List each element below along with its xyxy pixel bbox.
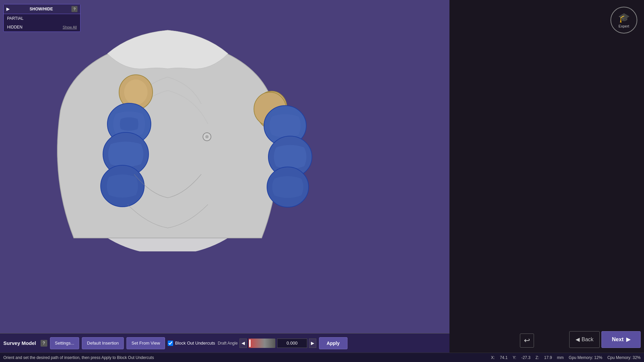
right-status-bar: X: 74.1 Y: -27.3 Z: 17.9 mm Gpu Memory: … xyxy=(449,353,644,362)
svg-point-2 xyxy=(124,79,148,105)
draft-angle-group: Draft Angle ◀ 0.000 ▶ xyxy=(218,339,316,348)
draft-angle-increase[interactable]: ▶ xyxy=(309,339,316,348)
back-label: Back xyxy=(582,337,594,343)
expert-graduation-icon: 🎓 xyxy=(618,12,630,23)
right-panel xyxy=(449,0,644,362)
block-out-label: Block Out Undercuts xyxy=(175,341,215,346)
panel-header[interactable]: ▶ SHOW/HIDE ? xyxy=(4,4,80,14)
draft-angle-slider[interactable] xyxy=(249,339,275,348)
cpu-memory-label: Cpu Memory: 32% xyxy=(607,355,641,360)
x-coord-label: X: xyxy=(491,355,495,360)
panel-help-button[interactable]: ? xyxy=(71,6,77,12)
next-label: Next xyxy=(612,337,624,343)
expert-button[interactable]: 🎓 Expert xyxy=(610,7,637,34)
survey-model-label: Survey Model xyxy=(3,340,36,346)
partial-row: PARTIAL xyxy=(4,14,80,23)
draft-angle-decrease[interactable]: ◀ xyxy=(239,339,247,348)
hidden-label: HIDDEN xyxy=(7,25,22,29)
block-out-checkbox[interactable] xyxy=(168,341,173,346)
panel-collapse-arrow: ▶ xyxy=(6,7,9,11)
show-all-button[interactable]: Show All xyxy=(63,25,77,29)
svg-point-13 xyxy=(205,135,209,138)
y-coord-value: -27.3 xyxy=(521,355,530,360)
gpu-memory-label: Gpu Memory: 12% xyxy=(569,355,602,360)
bottom-toolbar: Survey Model ? Settings... Default Inser… xyxy=(0,333,449,353)
status-message: Orient and set the desired path of inser… xyxy=(3,355,154,360)
block-out-undercuts-group: Block Out Undercuts xyxy=(168,341,215,346)
dental-model-svg xyxy=(17,10,319,251)
unit-label: mm xyxy=(557,355,564,360)
next-arrow-icon: ▶ xyxy=(626,336,630,343)
partial-label: PARTIAL xyxy=(7,16,23,21)
hidden-row: HIDDEN Show All xyxy=(4,23,80,32)
back-button[interactable]: ◀ Back xyxy=(569,331,600,348)
expert-label: Expert xyxy=(619,24,629,28)
settings-button[interactable]: Settings... xyxy=(50,337,79,349)
next-button[interactable]: Next ▶ xyxy=(601,331,641,348)
status-bar: Orient and set the desired path of inser… xyxy=(0,353,449,362)
main-viewport xyxy=(0,0,449,255)
z-coord-value: 17.9 xyxy=(544,355,552,360)
draft-angle-input[interactable]: 0.000 xyxy=(277,339,307,348)
draft-angle-label: Draft Angle xyxy=(218,341,237,346)
x-coord-value: 74.1 xyxy=(500,355,507,360)
default-insertion-button[interactable]: Default Insertion xyxy=(82,337,124,349)
slider-thumb xyxy=(249,340,251,347)
survey-help-button[interactable]: ? xyxy=(41,340,47,347)
show-hide-panel: ▶ SHOW/HIDE ? PARTIAL HIDDEN Show All xyxy=(3,4,80,32)
back-arrow-icon: ◀ xyxy=(576,336,580,343)
z-coord-label: Z: xyxy=(536,355,539,360)
y-coord-label: Y: xyxy=(513,355,517,360)
panel-title: SHOW/HIDE xyxy=(30,7,53,11)
apply-button[interactable]: Apply xyxy=(319,337,347,349)
set-from-view-button[interactable]: Set From View xyxy=(126,337,165,349)
nav-buttons-group: ◀ Back Next ▶ xyxy=(449,328,644,350)
